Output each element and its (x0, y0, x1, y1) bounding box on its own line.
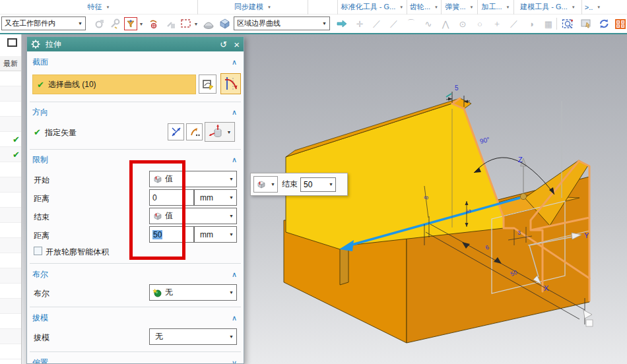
origin-handle-ball[interactable] (520, 193, 526, 199)
chevron-down-icon: ▼ (506, 5, 510, 9)
line2-icon[interactable]: ／ (387, 17, 401, 30)
navigator-row[interactable] (0, 193, 21, 208)
divider (30, 263, 241, 264)
rectangle-select-icon[interactable] (180, 17, 193, 30)
navigator-row[interactable]: ✔ (0, 132, 21, 147)
zoom-region-icon[interactable] (561, 17, 574, 30)
two-point-vector-button[interactable] (168, 123, 184, 140)
tab-synchronous-modeling[interactable]: 同步建模 ▼ (198, 0, 308, 15)
chevron-down-icon: ▼ (227, 130, 232, 135)
shaded-cube-icon[interactable] (218, 17, 231, 30)
navigator-row[interactable] (0, 117, 21, 132)
hand-tool-icon[interactable] (164, 17, 177, 30)
tab-feature[interactable]: 特征 ▼ (0, 0, 198, 15)
half-shade-icon[interactable]: ◑ (525, 17, 538, 30)
tab-gear[interactable]: 齿轮... ▼ (407, 0, 442, 15)
section-group-header[interactable]: 截面 ∧ (32, 55, 238, 69)
direction-group-header[interactable]: 方向 ∧ (32, 106, 238, 119)
model-notch-front[interactable] (340, 245, 348, 285)
offset-group-header[interactable]: 偏置 ∨ (32, 356, 238, 364)
close-button[interactable]: × (234, 39, 240, 50)
navigator-row[interactable] (0, 71, 21, 86)
distance-drag-handle[interactable] (583, 310, 592, 318)
direction-arrow-icon[interactable] (335, 17, 348, 30)
navigator-row[interactable] (0, 102, 21, 117)
toolbar-separator (556, 18, 557, 30)
tab-spring[interactable]: 弹簧... ▼ (442, 0, 478, 15)
move-face-icon[interactable]: ✛ (353, 17, 366, 30)
refresh-icon[interactable] (597, 17, 610, 30)
tab-overflow[interactable]: >.. ▼ (582, 0, 603, 15)
collapse-icon[interactable]: ∧ (232, 314, 237, 322)
main-toolbar: 又在工作部件内 ▼ ▼ ▼ 区域边界曲线 ▼ ✛／／⌒∿⋀⊙○＋／◑▦ (0, 15, 627, 33)
rotate-point-icon[interactable] (147, 17, 160, 30)
spline-icon[interactable]: ∿ (422, 17, 435, 30)
inferred-vector-button[interactable] (186, 123, 203, 140)
chevron-down-icon[interactable]: ▼ (138, 17, 145, 30)
arc-icon[interactable]: ⌒ (405, 17, 418, 30)
navigator-row[interactable] (0, 253, 21, 268)
tab-label: 齿轮... (410, 2, 430, 12)
navigator-row[interactable]: ✔ (0, 147, 21, 162)
navigator-row[interactable] (0, 238, 21, 253)
circle-center-icon[interactable]: ⊙ (456, 17, 469, 30)
point-on-curve-icon[interactable]: ⋀ (439, 17, 452, 30)
navigator-row[interactable] (0, 223, 21, 238)
tab-label: 弹簧... (445, 2, 465, 12)
grid-icon[interactable]: ▦ (542, 17, 555, 30)
snap-point-filter-icon[interactable] (124, 17, 137, 30)
vector-dialog-button[interactable]: ▼ (205, 122, 235, 142)
boolean-dropdown[interactable]: 无 ▼ (149, 284, 237, 301)
navigator-row[interactable] (0, 162, 21, 177)
end-distance-input[interactable]: 50 ▼ (300, 177, 336, 192)
start-unit-dropdown[interactable]: mm ▼ (194, 189, 237, 206)
end-unit-dropdown[interactable]: mm ▼ (194, 226, 237, 243)
dialog-title-bar[interactable]: 拉伸 ↺ × (27, 37, 244, 51)
maximize-panel-icon[interactable] (7, 38, 17, 47)
navigator-row[interactable] (0, 208, 21, 223)
tab-modeling-tools[interactable]: 建模工具 - G... ▼ (514, 0, 582, 15)
chevron-down-icon[interactable]: ▼ (193, 17, 199, 30)
boolean-group-header[interactable]: 布尔 ∧ (32, 268, 238, 281)
selection-scope-dropdown[interactable]: 又在工作部件内 ▼ (1, 16, 86, 30)
boolean-value: 无 (165, 287, 173, 298)
circle-icon[interactable]: ○ (473, 17, 486, 30)
curve-select-button[interactable] (220, 73, 241, 94)
snap-gear-icon[interactable] (92, 17, 106, 30)
collapse-icon[interactable]: ∧ (232, 270, 237, 279)
navigator-row[interactable] (0, 268, 21, 284)
curve-rule-dropdown[interactable]: 区域边界曲线 ▼ (234, 16, 330, 30)
tab-machining[interactable]: 加工... ▼ (478, 0, 514, 15)
navigator-row[interactable] (0, 86, 21, 102)
navigator-row[interactable] (0, 344, 21, 359)
reset-button[interactable]: ↺ (220, 40, 227, 49)
collapse-icon[interactable]: ∧ (232, 156, 237, 164)
pan-view-icon[interactable] (579, 17, 593, 30)
expand-icon[interactable]: ∨ (232, 359, 237, 364)
select-curve-field[interactable]: ✔ 选择曲线 (10) (32, 75, 196, 94)
ribbon-spacer (308, 0, 338, 15)
draft-dropdown[interactable]: 无 ▼ (149, 328, 237, 345)
collapse-icon[interactable]: ∧ (232, 58, 237, 67)
snap-wrench-icon[interactable] (108, 17, 121, 30)
line-icon[interactable]: ／ (370, 17, 383, 30)
navigator-row[interactable] (0, 329, 21, 344)
navigator-row[interactable] (0, 284, 21, 299)
window-tiles-icon[interactable] (614, 17, 627, 30)
gear-icon (31, 40, 40, 49)
end-limit-type-button[interactable]: ▼ (253, 176, 278, 193)
sketch-section-button[interactable] (199, 75, 216, 94)
open-profile-checkbox[interactable] (34, 247, 42, 255)
navigator-row[interactable] (0, 314, 21, 329)
value-cube-icon (256, 179, 266, 189)
draft-group-header[interactable]: 拔模 ∧ (32, 311, 238, 324)
shaded-cone-icon[interactable] (202, 17, 215, 30)
point-icon[interactable]: ＋ (490, 17, 504, 30)
distance-handle-box[interactable] (586, 320, 593, 326)
navigator-row[interactable] (0, 177, 21, 193)
tab-standard-tools[interactable]: 标准化工具 - G... ▼ (338, 0, 407, 15)
navigator-row[interactable] (0, 299, 21, 314)
chevron-down-icon: ▼ (78, 21, 82, 26)
collapse-icon[interactable]: ∧ (232, 108, 237, 117)
segment-icon[interactable]: ／ (508, 17, 521, 30)
